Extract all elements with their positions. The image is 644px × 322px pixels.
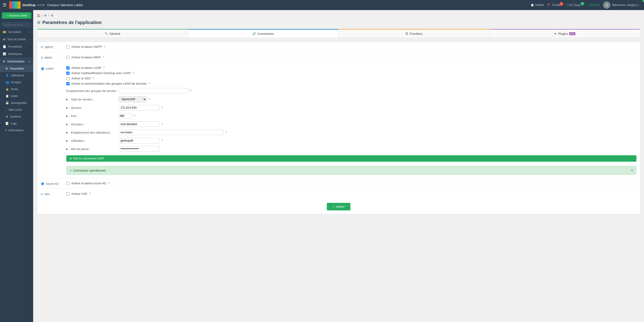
search-input[interactable]	[2, 22, 31, 28]
alert-close-btn[interactable]: ×	[631, 168, 633, 172]
ldap-sso-checkbox[interactable]	[66, 77, 70, 80]
admin-icon: ⚙	[3, 60, 5, 63]
settings-tabs: 🔧 Général 🔗 Connecteurs ☰ Fonctions ✦ Pl…	[37, 29, 640, 38]
ldap-type-select[interactable]: OpenLDAP Active Directory	[118, 96, 146, 102]
ldap-users-help[interactable]: ?	[226, 131, 227, 134]
api-label: ⇄ API :	[41, 192, 64, 196]
breadcrumb-sep-1: ›	[42, 14, 43, 17]
sidebar-item-statistiques[interactable]: 📊 Statistiques	[0, 50, 33, 58]
ldap-label-text: LDAP :	[46, 67, 55, 70]
sub-label-listes: Listes	[11, 94, 18, 98]
tab-connecteurs[interactable]: 🔗 Connecteurs	[188, 29, 339, 38]
azure-activate-label: Activer la liaison Azure AD	[71, 182, 106, 185]
flag-icon: 🚩	[548, 4, 551, 7]
ldap-type-help[interactable]: ?	[148, 98, 150, 101]
sidebar-sub-parametres[interactable]: ⚙ Paramètres	[0, 65, 33, 72]
home-icon[interactable]: 🏠	[37, 14, 40, 17]
ldap-mdp-input[interactable]	[118, 146, 160, 152]
tab-general[interactable]: 🔧 Général	[37, 29, 188, 38]
ldap-port-help[interactable]: ?	[134, 114, 136, 118]
sub-label-informations: Informations	[8, 129, 24, 132]
ldap-domaine-input[interactable]	[118, 122, 160, 127]
breadcrumb-sep-2: ›	[48, 14, 49, 17]
api-section: ⇄ API : Activer l'API ?	[37, 189, 640, 199]
a-traiter-btn[interactable]: 🚩 À traiter 0	[548, 4, 562, 7]
sidebar-sub-utilisateurs[interactable]: 👤 Utilisateurs	[0, 72, 33, 79]
test-ldap-button[interactable]: ⇄ Test du connecteur LDAP	[66, 155, 636, 162]
sidebar-sub-droits[interactable]: 🔒 Droits	[0, 86, 33, 92]
sidebar-item-procedures[interactable]: 📄 Procédures	[0, 43, 33, 50]
azure-label-text: Azure AD :	[46, 182, 60, 186]
azure-content: Activer la liaison Azure AD ?	[66, 182, 636, 185]
triangle-icon-7: ▶	[66, 148, 68, 150]
activite-btn[interactable]: 📋 Activité	[530, 4, 544, 7]
resolus-btn[interactable]: ✓ Résolus 0	[586, 4, 600, 7]
charge-icon: ?	[567, 4, 568, 6]
hamburger-menu[interactable]: ☰	[3, 2, 6, 8]
azure-help-icon[interactable]: ?	[108, 182, 110, 185]
smtp-checkbox-row: Activer la liaison SMTP ?	[66, 45, 636, 48]
ldap-serveur-help[interactable]: ?	[162, 106, 163, 109]
tab-fonctions[interactable]: ☰ Fonctions	[339, 29, 490, 38]
ldap-utilisateur-help[interactable]: ?	[162, 139, 163, 142]
charge-btn[interactable]: ? 0h Charge 0	[565, 3, 583, 7]
activite-label: Activité	[535, 4, 544, 7]
a-traiter-badge: 0	[560, 2, 563, 6]
smtp-checkbox[interactable]	[66, 45, 70, 48]
stats-icon: 📊	[3, 52, 6, 56]
ldap-icon: 🔷	[41, 67, 44, 70]
beta-badge: bêta	[569, 32, 576, 35]
list-icon: 📋	[6, 94, 9, 98]
sidebar-item-tous-tickets[interactable]: 🎟 Tous les tickets ›	[0, 36, 33, 43]
sidebar-sub-sauvegardes[interactable]: 💾 Sauvegardes	[0, 100, 33, 106]
ldap-utilisateur-input[interactable]	[118, 138, 160, 144]
smtp-help-icon[interactable]: ?	[104, 45, 106, 48]
check-icon: ✓	[586, 4, 589, 7]
ldap-sso-help[interactable]: ?	[92, 77, 94, 80]
sub-label-mise-a-jour: Mise à jour	[9, 108, 22, 111]
sidebar-item-administration[interactable]: ⚙ Administration ∨	[0, 58, 33, 65]
api-help-icon[interactable]: ?	[89, 192, 91, 196]
sub-label-groupes: Groupes	[11, 81, 21, 84]
azure-checkbox[interactable]	[66, 182, 70, 185]
sidebar-sub-groupes[interactable]: 👥 Groupes	[0, 79, 33, 86]
sidebar-sub-listes[interactable]: 📋 Listes	[0, 92, 33, 100]
list-icon-tab: ☰	[406, 32, 408, 36]
sidebar-sub-systeme[interactable]: 🖥 Système	[0, 113, 33, 120]
ldap-sync-help[interactable]: ?	[148, 82, 150, 85]
ldap-users-input[interactable]	[118, 130, 224, 135]
sidebar-sub-informations[interactable]: ℹ Informations	[0, 127, 33, 134]
ldap-liaison-help[interactable]: ?	[103, 66, 105, 70]
lock-icon: 🔒	[6, 88, 9, 91]
ldap-emplacement-help[interactable]: ?	[190, 89, 192, 92]
tab-plugins[interactable]: ✦ Plugins bêta	[490, 29, 640, 38]
ldap-domaine-row: ▶ Domaine : ?	[66, 122, 636, 127]
api-label-text: API :	[44, 192, 51, 196]
user-avatar: G	[603, 1, 610, 9]
api-checkbox[interactable]	[66, 192, 70, 196]
ldap-liaison-row: Activer la liaison LDAP ?	[66, 66, 636, 70]
ldap-domaine-help[interactable]: ?	[162, 122, 163, 126]
imap-activate-label: Activer la liaison IMAP	[71, 56, 101, 59]
ldap-sync-checkbox[interactable]	[66, 82, 70, 85]
sidebar-sub-mise-a-jour[interactable]: ↑ Mise à jour	[0, 106, 33, 113]
link-icon: 🔗	[252, 32, 256, 36]
imap-help-icon[interactable]: ?	[103, 56, 104, 59]
imap-checkbox[interactable]	[66, 56, 70, 59]
sidebar-item-vos-tickets[interactable]: 🎫 Vos tickets ›	[0, 28, 33, 36]
ldap-serveur-input[interactable]	[118, 105, 160, 110]
ldap-emplacement-input[interactable]	[120, 88, 188, 94]
triangle-icon-6: ▶	[66, 140, 68, 142]
ldap-auth-checkbox[interactable]	[66, 72, 70, 75]
imap-icon: ⬇	[41, 56, 43, 60]
ldap-port-input[interactable]	[118, 113, 132, 119]
user-label: Bienvenue, Grégory L...	[612, 4, 641, 7]
validate-button[interactable]: ✓ Valider	[327, 203, 350, 210]
ldap-auth-help[interactable]: ?	[132, 72, 134, 75]
ldap-success-alert: ✓ Connecteur opérationnel ×	[66, 166, 636, 175]
breadcrumb-settings-icon: ⚙	[44, 14, 47, 17]
sidebar-sub-logs[interactable]: 📝 Logs	[0, 120, 33, 127]
page-title-row: ⚙ Paramètres de l'application	[37, 20, 640, 25]
ldap-liaison-checkbox[interactable]	[66, 66, 70, 70]
new-ticket-button[interactable]: + Nouveau ticket	[2, 12, 31, 19]
